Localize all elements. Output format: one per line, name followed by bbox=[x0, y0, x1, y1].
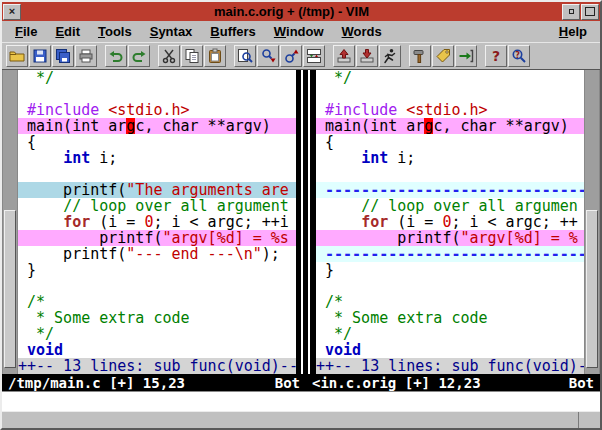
code-line[interactable] bbox=[18, 166, 296, 182]
right-scrollbar[interactable] bbox=[584, 70, 600, 374]
code-line[interactable]: */ bbox=[18, 326, 296, 342]
print-button[interactable] bbox=[75, 45, 97, 67]
code-text: // loop over all argument bbox=[63, 198, 289, 214]
code-line[interactable]: void bbox=[316, 342, 584, 358]
code-line[interactable]: printf("argv[%d] = %s bbox=[18, 230, 296, 246]
code-line[interactable]: { bbox=[18, 134, 296, 150]
open-button[interactable] bbox=[6, 45, 28, 67]
menu-item-tools[interactable]: Tools bbox=[89, 23, 141, 40]
copy-button[interactable] bbox=[181, 45, 203, 67]
command-line[interactable] bbox=[2, 391, 600, 411]
code-text: */ bbox=[27, 326, 54, 342]
close-button[interactable]: × bbox=[3, 4, 21, 20]
code-text: void bbox=[325, 342, 361, 358]
code-line[interactable]: /* bbox=[316, 294, 584, 310]
code-line[interactable]: */ bbox=[316, 326, 584, 342]
code-text: 0 bbox=[442, 214, 451, 230]
vertical-split-separator[interactable] bbox=[296, 70, 316, 374]
redo-button[interactable] bbox=[128, 45, 150, 67]
menu-item-window[interactable]: Window bbox=[265, 23, 333, 40]
tag-icon bbox=[435, 48, 451, 64]
code-text: g bbox=[126, 118, 135, 134]
code-line[interactable] bbox=[316, 278, 584, 294]
folded-line[interactable]: ++-- 13 lines: sub_func(void)-----------… bbox=[18, 358, 296, 374]
menu-item-help[interactable]: Help bbox=[550, 23, 596, 40]
diff-filler-line[interactable]: ----------------------------------------… bbox=[316, 246, 584, 262]
code-line[interactable]: int i; bbox=[18, 150, 296, 166]
code-line[interactable]: #include <stdio.h> bbox=[18, 102, 296, 118]
help-button[interactable]: ? bbox=[485, 45, 507, 67]
run-script-button[interactable] bbox=[379, 45, 401, 67]
code-line[interactable]: for (i = 0; i < argc; ++ bbox=[316, 214, 584, 230]
fold-column bbox=[316, 102, 325, 118]
code-line[interactable]: printf("argv[%d] = % bbox=[316, 230, 584, 246]
code-line[interactable]: */ bbox=[316, 70, 584, 86]
save-button[interactable] bbox=[29, 45, 51, 67]
code-line[interactable]: main(int argc, char **argv) bbox=[18, 118, 296, 134]
title-bar[interactable]: × main.c.orig + (/tmp) - VIM bbox=[2, 2, 600, 21]
make-button[interactable] bbox=[409, 45, 431, 67]
code-line[interactable] bbox=[18, 86, 296, 102]
fold-column bbox=[18, 118, 27, 134]
minimize-button[interactable] bbox=[562, 4, 580, 20]
fold-column bbox=[18, 326, 27, 342]
code-line[interactable]: int i; bbox=[316, 150, 584, 166]
code-text: (i = bbox=[90, 214, 144, 230]
find-prev-icon bbox=[283, 48, 299, 64]
code-line[interactable]: * Some extra code bbox=[18, 310, 296, 326]
load-session-button[interactable] bbox=[333, 45, 355, 67]
code-line[interactable]: */ bbox=[18, 70, 296, 86]
maximize-button[interactable] bbox=[581, 4, 599, 20]
left-editor-pane[interactable]: */ #include <stdio.h> main(int argc, cha… bbox=[18, 70, 296, 374]
code-line[interactable]: printf("The arguments are bbox=[18, 182, 296, 198]
run-ctags-button[interactable] bbox=[432, 45, 454, 67]
statusline-left[interactable]: /tmp/main.c [+] 15,23 Bot bbox=[2, 374, 306, 391]
resize-grip[interactable] bbox=[578, 412, 600, 428]
code-line[interactable]: for (i = 0; i < argc; ++i bbox=[18, 214, 296, 230]
menu-item-buffers[interactable]: Buffers bbox=[201, 23, 265, 40]
undo-button[interactable] bbox=[105, 45, 127, 67]
diff-filler-line[interactable]: ----------------------------------------… bbox=[316, 182, 584, 198]
code-line[interactable]: /* bbox=[18, 294, 296, 310]
find-prev-button[interactable] bbox=[280, 45, 302, 67]
save-session-icon bbox=[359, 48, 375, 64]
menu-item-file[interactable]: File bbox=[6, 23, 46, 40]
window-bottom-frame[interactable] bbox=[2, 411, 600, 428]
left-scrollbar-thumb[interactable] bbox=[4, 210, 16, 368]
code-line[interactable] bbox=[316, 86, 584, 102]
left-scrollbar[interactable] bbox=[2, 70, 18, 374]
code-line[interactable] bbox=[316, 166, 584, 182]
code-text: */ bbox=[325, 326, 352, 342]
code-line[interactable] bbox=[18, 278, 296, 294]
fold-column bbox=[18, 214, 27, 230]
replace-button[interactable] bbox=[303, 45, 325, 67]
code-line[interactable]: } bbox=[316, 262, 584, 278]
menu-item-syntax[interactable]: Syntax bbox=[141, 23, 202, 40]
cut-button[interactable] bbox=[158, 45, 180, 67]
fold-column bbox=[316, 262, 325, 278]
code-line[interactable]: } bbox=[18, 262, 296, 278]
menu-item-words[interactable]: Words bbox=[333, 23, 391, 40]
folded-line[interactable]: ++-- 13 lines: sub_func(void)-------- bbox=[316, 358, 584, 374]
statusline-right[interactable]: <in.c.orig [+] 12,23 Bot bbox=[306, 374, 600, 391]
paste-button[interactable] bbox=[204, 45, 226, 67]
code-line[interactable]: // loop over all argumen bbox=[316, 198, 584, 214]
code-line[interactable]: * Some extra code bbox=[316, 310, 584, 326]
code-line[interactable]: main(int argc, char **argv) bbox=[316, 118, 584, 134]
code-line[interactable]: void bbox=[18, 342, 296, 358]
code-text: printf( bbox=[27, 182, 126, 198]
code-line[interactable]: printf("--- end ---\n"); bbox=[18, 246, 296, 262]
right-editor-pane[interactable]: */ #include <stdio.h> main(int argc, cha… bbox=[316, 70, 584, 374]
code-line[interactable]: { bbox=[316, 134, 584, 150]
code-line[interactable]: #include <stdio.h> bbox=[316, 102, 584, 118]
tag-jump-button[interactable] bbox=[455, 45, 477, 67]
code-line[interactable]: // loop over all argument bbox=[18, 198, 296, 214]
find-help-button[interactable]: ? bbox=[508, 45, 530, 67]
code-text: main(int ar bbox=[27, 118, 126, 134]
save-session-button[interactable] bbox=[356, 45, 378, 67]
right-scrollbar-thumb[interactable] bbox=[586, 210, 598, 368]
save-all-button[interactable] bbox=[52, 45, 74, 67]
find-next-button[interactable] bbox=[257, 45, 279, 67]
find-button[interactable] bbox=[234, 45, 256, 67]
menu-item-edit[interactable]: Edit bbox=[46, 23, 89, 40]
